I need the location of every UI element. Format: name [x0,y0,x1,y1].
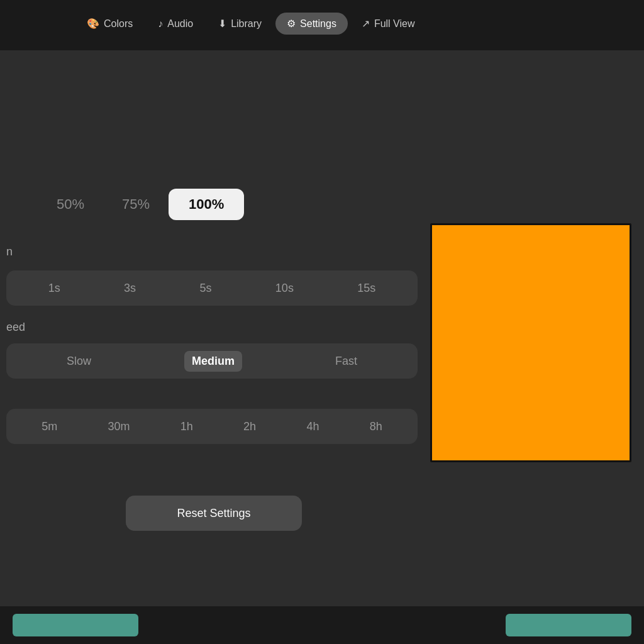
speed-medium[interactable]: Medium [184,351,242,372]
tab-fullview-label: Full View [374,18,415,30]
tab-colors[interactable]: 🎨 Colors [75,13,144,35]
color-preview [430,223,631,462]
tab-library-label: Library [231,18,262,30]
tab-audio-label: Audio [167,18,193,30]
tab-audio[interactable]: ♪ Audio [147,13,204,35]
timer-4h[interactable]: 4h [299,416,326,437]
colors-icon: 🎨 [87,18,99,30]
speed-label: eed [6,321,25,334]
nav-tabs: 🎨 Colors ♪ Audio ⬇ Library ⚙ Settings ↗ … [75,13,426,35]
speed-slow[interactable]: Slow [59,351,99,372]
timer-8h[interactable]: 8h [362,416,390,437]
tab-colors-label: Colors [104,18,133,30]
bottom-bar [0,606,644,644]
percent-100[interactable]: 100% [169,189,244,220]
reset-settings-button[interactable]: Reset Settings [126,496,302,531]
percent-75[interactable]: 75% [103,190,169,219]
settings-icon: ⚙ [287,18,296,30]
duration-3s[interactable]: 3s [116,278,143,299]
duration-15s[interactable]: 15s [350,278,383,299]
bottom-accent-left [13,614,138,636]
timer-1h[interactable]: 1h [173,416,201,437]
timer-row: 5m 30m 1h 2h 4h 8h [6,409,418,444]
fullview-icon: ↗ [362,18,370,30]
duration-row: 1s 3s 5s 10s 15s [6,270,418,306]
bottom-accent-right [506,614,631,636]
tab-library[interactable]: ⬇ Library [207,13,273,35]
library-icon: ⬇ [218,18,226,30]
timer-2h[interactable]: 2h [236,416,264,437]
tab-settings[interactable]: ⚙ Settings [275,13,348,35]
speed-row: Slow Medium Fast [6,343,418,379]
timer-30m[interactable]: 30m [100,416,137,437]
timer-5m[interactable]: 5m [34,416,65,437]
settings-content: 50% 75% 100% n 1s 3s 5s 10s 15s eed Slow… [0,50,644,606]
duration-5s[interactable]: 5s [192,278,219,299]
speed-fast[interactable]: Fast [328,351,365,372]
duration-1s[interactable]: 1s [41,278,68,299]
audio-icon: ♪ [158,18,163,30]
duration-10s[interactable]: 10s [268,278,301,299]
tab-settings-label: Settings [300,18,336,30]
tab-fullview[interactable]: ↗ Full View [350,13,426,35]
duration-label: n [6,245,13,258]
percent-50[interactable]: 50% [38,190,103,219]
percent-selector: 50% 75% 100% [0,189,244,220]
